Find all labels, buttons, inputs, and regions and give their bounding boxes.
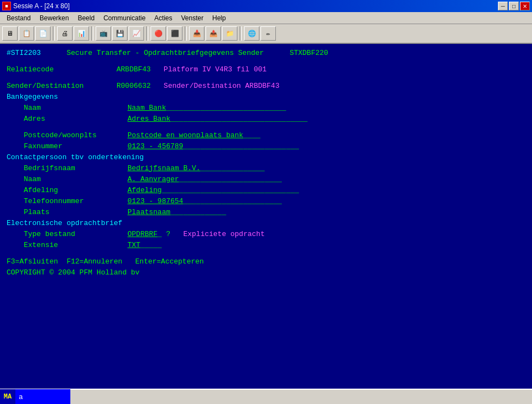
type-field[interactable]: OPDRBRF [128, 230, 158, 238]
menu-help[interactable]: Help [208, 13, 230, 23]
menu-bar: Bestand Bewerken Beeld Communicatie Acti… [0, 12, 532, 24]
window-title: Sessie A - [24 x 80] [13, 2, 70, 10]
maximize-button[interactable]: □ [509, 2, 519, 10]
header-line: #STI2203 Secure Transfer - Opdrachtbrief… [7, 47, 525, 58]
toolbar-sep-5 [240, 26, 242, 41]
cnaam-label: Naam [7, 175, 128, 183]
sender-line: Sender/Destination R0006632 Sender/Desti… [7, 80, 525, 91]
postcode-field[interactable]: Postcode en woonplaats bank [128, 131, 243, 139]
close-button[interactable]: ✕ [520, 2, 530, 10]
title-bar-buttons[interactable]: ─ □ ✕ [498, 2, 530, 10]
header-title: Secure Transfer - Opdrachtbriefgegevens … [41, 49, 289, 57]
bedrijf-label: Bedrijfsnaam [7, 164, 128, 172]
menu-bewerken[interactable]: Bewerken [35, 13, 73, 23]
minimize-button[interactable]: ─ [498, 2, 508, 10]
relatiecode-line: Relatiecode ARBDBF43 Platform IV V4R3 fi… [7, 64, 525, 75]
menu-venster[interactable]: Venster [177, 13, 208, 23]
extensie-line: Extensie TXT _____ [7, 239, 525, 250]
fax-line: Faxnummer 0123 - 456789 ________________… [7, 141, 525, 152]
toolbar-btn-15[interactable]: ✏️ [261, 26, 276, 41]
fax-underline: ___________________________ [183, 142, 299, 150]
type-line: Type bestand OPDRBRF _ ? Expliciete opdr… [7, 228, 525, 239]
footer-text-1: F3=Afsluiten F12=Annuleren Enter=Accepte… [7, 257, 204, 266]
cnaam-underline: ________________________ [179, 175, 282, 183]
toolbar-btn-9[interactable]: 🔴 [151, 26, 166, 41]
telefoon-line: Telefoonnummer 0123 - 987654 ___________… [7, 195, 525, 206]
toolbar-btn-5[interactable]: 📊 [74, 26, 89, 41]
naam-field[interactable]: Naam Bank [128, 104, 166, 112]
adres-line: Adres Adres Bank _______________________… [7, 113, 525, 124]
naam-line: Naam Naam Bank _________________________… [7, 102, 525, 113]
header-id: #STI2203 [7, 49, 41, 57]
footer-line-2: COPYRIGHT © 2004 PFM Holland bv [7, 267, 525, 278]
cnaam-field[interactable]: A. Aanvrager [128, 175, 179, 183]
title-bar: ■ Sessie A - [24 x 80] ─ □ ✕ [0, 0, 532, 12]
toolbar-btn-3[interactable]: 📄 [35, 26, 51, 41]
app-icon: ■ [2, 2, 11, 10]
header-code: STXDBF220 [290, 49, 328, 57]
toolbar-btn-2[interactable]: 📋 [19, 26, 34, 41]
menu-bestand[interactable]: Bestand [2, 13, 35, 23]
contactpersoon-header: Contactpersoon tbv ondertekening [7, 152, 525, 162]
fax-label: Faxnummer [7, 142, 128, 150]
toolbar-sep-2 [91, 26, 93, 41]
afdeling-line: Afdeling Afdeling ______________________… [7, 184, 525, 195]
toolbar-btn-14[interactable]: 🌐 [244, 26, 259, 41]
afdeling-label: Afdeling [7, 186, 128, 194]
toolbar-btn-1[interactable]: 🖥 [2, 26, 18, 41]
relatiecode-label: Relatiecode [7, 65, 117, 74]
menu-beeld[interactable]: Beeld [73, 13, 99, 23]
bankgegevens-label: Bankgegevens [7, 93, 58, 101]
adres-underline: ________________________________ [170, 115, 308, 123]
type-underline: _ [158, 230, 162, 238]
terminal: #STI2203 Secure Transfer - Opdrachtbrief… [0, 44, 532, 389]
bedrijf-underline: _______________ [201, 164, 265, 172]
footer-line-1: F3=Afsluiten F12=Annuleren Enter=Accepte… [7, 256, 525, 267]
toolbar: 🖥 📋 📄 🖨 📊 📺 💾 📈 🔴 ⬛ 📥 📤 📁 🌐 ✏️ [0, 24, 532, 44]
status-bar: MA a [0, 389, 532, 404]
toolbar-btn-13[interactable]: 📁 [222, 26, 237, 41]
extensie-label: Extensie [7, 241, 128, 249]
telefoon-label: Telefoonnummer [7, 197, 128, 205]
postcode-underline: ____ [243, 131, 261, 139]
telefoon-field[interactable]: 0123 - 987654 [128, 197, 183, 205]
toolbar-btn-11[interactable]: 📥 [189, 26, 204, 41]
plaats-label: Plaats [7, 208, 128, 216]
sender-label: Sender/Destination [7, 82, 117, 90]
type-question[interactable]: ? [162, 230, 170, 238]
toolbar-btn-7[interactable]: 💾 [112, 26, 128, 41]
toolbar-sep-3 [146, 26, 148, 41]
menu-communicatie[interactable]: Communicatie [99, 13, 150, 23]
naam-underline: ____________________________ [166, 104, 286, 112]
contactpersoon-label: Contactpersoon tbv ondertekening [7, 153, 144, 161]
sender-value: R0006632 [117, 82, 151, 90]
toolbar-sep-4 [185, 26, 187, 41]
electronische-header: Electronische opdrachtbrief [7, 217, 525, 228]
adres-field[interactable]: Adres Bank [128, 115, 170, 123]
electronische-label: Electronische opdrachtbrief [7, 219, 123, 227]
toolbar-btn-12[interactable]: 📤 [206, 26, 221, 41]
plaats-field[interactable]: Plaatsnaam [128, 208, 170, 216]
status-input[interactable]: a [15, 389, 70, 404]
relatiecode-value: ARBDBF43 [117, 65, 151, 74]
toolbar-btn-4[interactable]: 🖨 [57, 26, 73, 41]
bedrijf-line: Bedrijfsnaam Bedrijfsnaam B.V. _________… [7, 162, 525, 173]
afdeling-field[interactable]: Afdeling [128, 186, 162, 194]
adres-label: Adres [7, 115, 128, 123]
type-label: Type bestand [7, 230, 128, 238]
bedrijf-field[interactable]: Bedrijfsnaam B.V. [128, 164, 201, 172]
toolbar-btn-8[interactable]: 📈 [129, 26, 144, 41]
status-indicator: MA [0, 389, 15, 404]
cnaam-line: Naam A. Aanvrager ______________________… [7, 173, 525, 184]
toolbar-btn-10[interactable]: ⬛ [167, 26, 182, 41]
toolbar-btn-6[interactable]: 📺 [96, 26, 111, 41]
extensie-field[interactable]: TXT [128, 241, 140, 249]
afdeling-underline: ________________________________ [162, 186, 299, 194]
menu-acties[interactable]: Acties [150, 13, 177, 23]
sender-desc: Sender/Destination ARBDBF43 [151, 82, 279, 90]
fax-field[interactable]: 0123 - 456789 [128, 142, 183, 150]
plaats-line: Plaats Plaatsnaam _____________ [7, 206, 525, 217]
toolbar-sep-1 [53, 26, 55, 41]
plaats-underline: _____________ [170, 208, 226, 216]
platform-text: Platform IV V4R3 fil 001 [151, 65, 267, 74]
